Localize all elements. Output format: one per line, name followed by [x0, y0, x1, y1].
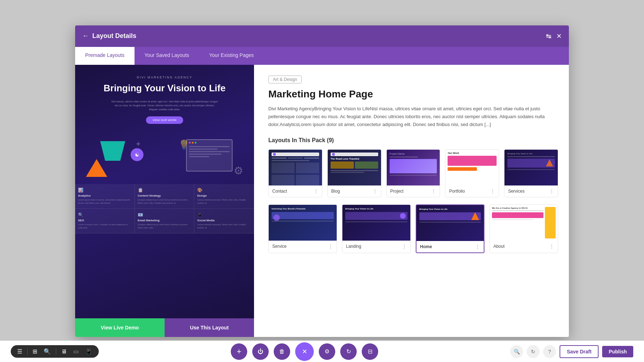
seo-title: SEO — [78, 219, 132, 222]
card-menu-blog[interactable]: ⋮ — [372, 188, 377, 194]
tab-existing[interactable]: Your Existing Pages — [199, 47, 264, 65]
use-layout-button[interactable]: Use This Layout — [165, 318, 254, 337]
category-badge: Art & Design — [268, 76, 302, 83]
screen-lines — [187, 145, 232, 159]
card-footer-project: Project ⋮ — [387, 185, 440, 197]
dot3 — [195, 142, 196, 144]
toolbar-help-circle[interactable]: ? — [543, 345, 556, 358]
detail-panel: Art & Design Marketing Home Page Divi Ma… — [254, 65, 569, 337]
content-icon: 📋 — [138, 188, 191, 193]
view-live-demo-button[interactable]: View Live Demo — [75, 318, 165, 337]
toolbar-settings-button[interactable]: ⚙ — [319, 343, 335, 360]
layout-card-project[interactable]: Project Name Project ⋮ — [386, 149, 440, 197]
toolbar-history-button[interactable]: ↻ — [340, 343, 357, 360]
toolbar-close-button[interactable]: ✕ — [295, 342, 314, 361]
analytics-title: Analytics — [78, 194, 132, 197]
header-right: ↹ ✕ — [546, 33, 562, 39]
shapes-area: ☯ + — [75, 137, 254, 180]
preview-content: DIVI MARKETING AGENCY Bringing Your Visi… — [75, 65, 254, 138]
card-menu-project[interactable]: ⋮ — [431, 188, 436, 194]
toolbar-add-button[interactable]: + — [231, 343, 247, 360]
toolbar-desktop-icon[interactable]: 🖥 — [60, 348, 68, 356]
preview-actions: View Live Demo Use This Layout — [75, 318, 254, 337]
card-footer-service: Service ⋮ — [269, 241, 337, 252]
toolbar-layout-button[interactable]: ⊟ — [362, 343, 378, 360]
toolbar-menu-icon[interactable]: ☰ — [16, 347, 24, 356]
service-email: 📧 Email Marketing Quisque adipiscing sit… — [135, 209, 195, 233]
card-footer-contact: Contact ⋮ — [269, 185, 322, 197]
card-footer-home: Home ⋮ — [416, 241, 484, 252]
layout-card-home[interactable]: Bringing Your Vision to Life Home ⋮ — [416, 204, 484, 253]
card-menu-contact[interactable]: ⋮ — [313, 188, 318, 194]
service-content: 📋 Content Strategy Quisque adipiscing si… — [135, 184, 195, 209]
card-menu-landing[interactable]: ⋮ — [402, 243, 407, 249]
card-footer-portfolio: Portfolio ⋮ — [445, 185, 499, 197]
card-footer-landing: Landing ⋮ — [342, 241, 410, 252]
preview-panel: DIVI MARKETING AGENCY Bringing Your Visi… — [75, 65, 254, 337]
preview-headline: Bringing Your Vision to Life — [104, 83, 226, 94]
agency-label: DIVI MARKETING AGENCY — [137, 76, 192, 79]
thumb-project: Project Name — [387, 150, 440, 185]
toolbar-search-circle[interactable]: 🔍 — [510, 345, 523, 358]
toolbar-mobile-icon[interactable]: 📱 — [84, 347, 94, 356]
lightbulb-decoration: 💡 — [178, 139, 190, 150]
toolbar-sync-circle[interactable]: ↻ — [527, 345, 540, 358]
toolbar-right: 🔍 ↻ ? Save Draft Publish — [510, 345, 633, 358]
card-menu-about[interactable]: ⋮ — [549, 243, 554, 249]
gear-decoration: ⚙ — [234, 164, 243, 177]
modal-title: Layout Details — [92, 32, 136, 40]
layout-card-about[interactable]: We Are a Creative Agency in SF,CA About … — [489, 204, 558, 253]
seo-desc: Lorem in auctor nunc. Curabitur sit amet… — [78, 223, 132, 230]
tab-premade[interactable]: Premade Layouts — [75, 47, 135, 65]
plus-decoration: + — [136, 139, 141, 149]
toolbar-grid-icon[interactable]: ⊞ — [31, 347, 39, 356]
toolbar-search-icon[interactable]: 🔍 — [42, 347, 52, 356]
toolbar-power-button[interactable]: ⏻ — [252, 343, 269, 360]
card-footer-about: About ⋮ — [490, 241, 558, 252]
screen-decoration — [186, 139, 233, 172]
settings-icon[interactable]: ↹ — [546, 33, 551, 39]
card-menu-service[interactable]: ⋮ — [328, 243, 333, 249]
layout-card-contact[interactable]: Contact ⋮ — [268, 149, 322, 197]
thumb-contact — [269, 150, 322, 185]
layout-details-modal: ← Layout Details ↹ ✕ Premade Layouts You… — [75, 25, 569, 337]
card-menu-services[interactable]: ⋮ — [549, 188, 554, 194]
card-menu-home[interactable]: ⋮ — [475, 244, 480, 250]
card-name-portfolio: Portfolio — [449, 189, 465, 194]
thumb-about: We Are a Creative Agency in SF,CA — [490, 205, 558, 241]
layout-card-portfolio[interactable]: Our Work Portfolio ⋮ — [445, 149, 499, 197]
layouts-grid-row1: Contact ⋮ The Road Less Traveled — [268, 149, 558, 197]
thumb-portfolio: Our Work — [445, 150, 499, 185]
email-desc: Quisque adipiscing sit amet lectus inter… — [138, 223, 191, 230]
analytics-desc: Lorem ipsum dolor sit amet, consectetur … — [78, 198, 132, 205]
publish-button[interactable]: Publish — [602, 346, 633, 357]
close-icon[interactable]: ✕ — [556, 33, 562, 39]
pack-title: Layouts In This Pack (9) — [268, 137, 558, 144]
service-design: 🎨 Design Lectus interdum posuere. Morbi … — [194, 184, 254, 209]
social-desc: Lectus interdum posuere. Morbi orter cul… — [197, 223, 251, 230]
service-analytics: 📊 Analytics Lorem ipsum dolor sit amet, … — [75, 184, 135, 209]
layout-card-services[interactable]: Bringing Your Ideas to Life Services ⋮ — [504, 149, 558, 197]
save-draft-button[interactable]: Save Draft — [560, 345, 599, 358]
email-title: Email Marketing — [138, 219, 191, 222]
toolbar-divider-2 — [56, 348, 56, 355]
toolbar-trash-button[interactable]: 🗑 — [274, 343, 290, 360]
analytics-icon: 📊 — [78, 188, 132, 193]
social-icon: 📱 — [197, 212, 251, 217]
design-icon: 🎨 — [197, 188, 251, 193]
tab-saved[interactable]: Your Saved Layouts — [135, 47, 199, 65]
dot2 — [192, 142, 194, 144]
back-icon[interactable]: ← — [82, 32, 89, 40]
toolbar-tablet-icon[interactable]: ▭ — [72, 347, 80, 356]
toolbar-divider-1 — [27, 348, 28, 355]
layout-description: Divi Marketing AgencyBringing Your Visio… — [268, 105, 558, 129]
layout-card-service[interactable]: Unlocking Your Brand's Potential Service… — [268, 204, 337, 253]
card-name-project: Project — [390, 189, 404, 194]
preview-cta-btn[interactable]: VIEW OUR WORK — [146, 116, 183, 124]
avatar-decoration: ☯ — [131, 148, 143, 161]
card-name-blog: Blog — [331, 189, 340, 194]
layout-card-landing[interactable]: Bringing Your Vision to Life Landing ⋮ — [342, 204, 411, 253]
card-menu-portfolio[interactable]: ⋮ — [490, 188, 495, 194]
card-name-service: Service — [272, 244, 287, 249]
layout-card-blog[interactable]: The Road Less Traveled Blog ⋮ — [327, 149, 381, 197]
